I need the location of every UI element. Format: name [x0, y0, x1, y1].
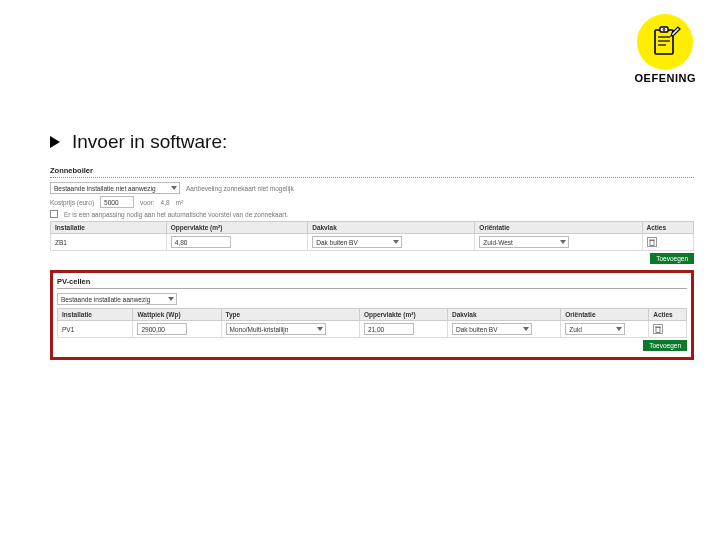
zb-th-acties: Acties [642, 222, 693, 234]
exercise-badge: OEFENING [635, 14, 696, 84]
voor-value: 4,8 [161, 199, 170, 206]
voor-label: voor: [140, 199, 154, 206]
svg-rect-6 [650, 240, 654, 245]
pv-add-button[interactable]: Toevoegen [643, 340, 687, 351]
pv-th-acties: Acties [649, 309, 687, 321]
zb-dakvlak-select[interactable]: Dak buiten BV [312, 236, 402, 248]
trash-icon[interactable] [653, 324, 663, 334]
kostprijs-label: Kostprijs (euro) [50, 199, 94, 206]
pv-dakvlak-select[interactable]: Dak buiten BV [452, 323, 532, 335]
zb-add-button[interactable]: Toevoegen [650, 253, 694, 264]
bullet-heading: Invoer in software: [50, 131, 227, 153]
zb-orientatie-select[interactable]: Zuid-West [479, 236, 569, 248]
divider [57, 288, 687, 289]
pv-th-oppervlakte: Oppervlakte (m²) [359, 309, 447, 321]
zonneboiler-table: Installatie Oppervlakte (m²) Dakvlak Ori… [50, 221, 694, 251]
pv-type-select[interactable]: Mono/Multi-kristallijn [226, 323, 326, 335]
pv-oppervlakte-input[interactable]: 21,00 [364, 323, 414, 335]
badge-label: OEFENING [635, 72, 696, 84]
unit-label: m² [176, 199, 184, 206]
zb-cell-installatie: ZB1 [51, 234, 167, 251]
pv-th-wattpiek: Wattpiek (Wp) [133, 309, 221, 321]
zb-sunmap-msg: Aanbeveling zonnekaart niet mogelijk [186, 185, 294, 192]
pv-orientatie-select[interactable]: Zuid [565, 323, 625, 335]
zb-oppervlakte-input[interactable]: 4,80 [171, 236, 231, 248]
zb-th-installatie: Installatie [51, 222, 167, 234]
kostprijs-input[interactable]: 5000 [100, 196, 134, 208]
software-screenshot: Zonneboiler Bestaande installatie niet a… [50, 166, 694, 360]
zb-th-orientatie: Oriëntatie [475, 222, 642, 234]
pv-wattpiek-input[interactable]: 2900,00 [137, 323, 187, 335]
pv-existing-select[interactable]: Bestaande installatie aanwezig [57, 293, 177, 305]
adjust-checkbox[interactable] [50, 210, 58, 218]
pv-title: PV-cellen [57, 277, 687, 286]
zonneboiler-title: Zonneboiler [50, 166, 694, 175]
zb-th-dakvlak: Dakvlak [308, 222, 475, 234]
zb-th-oppervlakte: Oppervlakte (m²) [166, 222, 307, 234]
pv-table: Installatie Wattpiek (Wp) Type Oppervlak… [57, 308, 687, 338]
pv-cell-installatie: PV1 [58, 321, 133, 338]
svg-rect-0 [655, 30, 673, 54]
zb-existing-select[interactable]: Bestaande installatie niet aanwezig [50, 182, 180, 194]
table-row: PV1 2900,00 Mono/Multi-kristallijn 21,00… [58, 321, 687, 338]
divider [50, 177, 694, 178]
adjust-label: Er is een aanpassing nodig aan het autom… [64, 211, 288, 218]
svg-rect-8 [656, 327, 660, 332]
triangle-bullet-icon [50, 136, 60, 148]
svg-rect-1 [660, 27, 668, 32]
pv-th-installatie: Installatie [58, 309, 133, 321]
pv-th-orientatie: Oriëntatie [561, 309, 649, 321]
pv-th-dakvlak: Dakvlak [447, 309, 560, 321]
zonneboiler-section: Zonneboiler Bestaande installatie niet a… [50, 166, 694, 264]
clipboard-icon [637, 14, 693, 70]
trash-icon[interactable] [647, 237, 657, 247]
table-row: ZB1 4,80 Dak buiten BV Zuid-West [51, 234, 694, 251]
pv-th-type: Type [221, 309, 359, 321]
pv-highlight-box: PV-cellen Bestaande installatie aanwezig… [50, 270, 694, 360]
bullet-text: Invoer in software: [72, 131, 227, 153]
